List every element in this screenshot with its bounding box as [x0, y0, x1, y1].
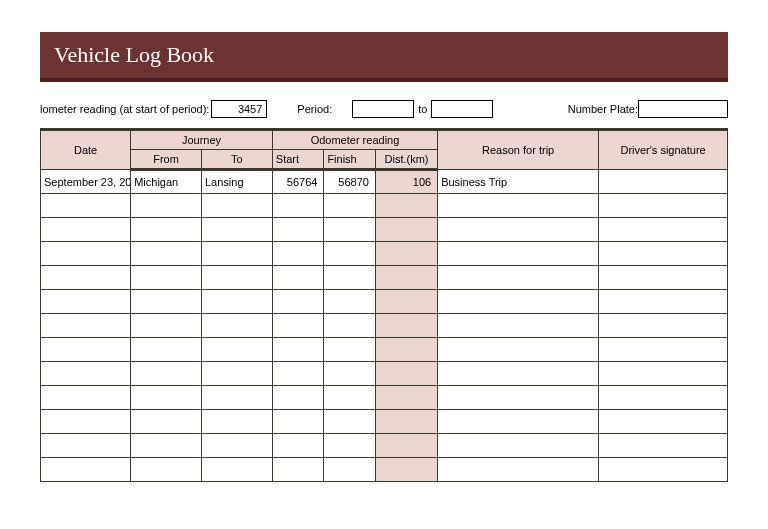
cell-to[interactable]: Lansing [202, 170, 273, 194]
cell-to[interactable] [202, 218, 273, 242]
cell-date[interactable] [41, 362, 131, 386]
cell-dist[interactable]: 106 [375, 170, 437, 194]
cell-start[interactable] [272, 266, 324, 290]
cell-date[interactable] [41, 242, 131, 266]
cell-to[interactable] [202, 434, 273, 458]
cell-finish[interactable] [324, 410, 376, 434]
cell-sig[interactable] [599, 410, 728, 434]
cell-sig[interactable] [599, 290, 728, 314]
cell-finish[interactable] [324, 434, 376, 458]
cell-to[interactable] [202, 242, 273, 266]
cell-finish[interactable] [324, 242, 376, 266]
cell-sig[interactable] [599, 194, 728, 218]
cell-from[interactable] [131, 338, 202, 362]
cell-to[interactable] [202, 194, 273, 218]
cell-from[interactable]: Michigan [131, 170, 202, 194]
cell-finish[interactable] [324, 194, 376, 218]
cell-reason[interactable] [438, 386, 599, 410]
cell-finish[interactable] [324, 314, 376, 338]
cell-finish[interactable] [324, 218, 376, 242]
cell-dist[interactable] [375, 242, 437, 266]
cell-from[interactable] [131, 410, 202, 434]
cell-date[interactable] [41, 290, 131, 314]
cell-dist[interactable] [375, 194, 437, 218]
cell-sig[interactable] [599, 218, 728, 242]
number-plate-input[interactable] [638, 100, 728, 118]
cell-sig[interactable] [599, 242, 728, 266]
cell-reason[interactable]: Business Trip [438, 170, 599, 194]
cell-from[interactable] [131, 434, 202, 458]
cell-from[interactable] [131, 386, 202, 410]
cell-dist[interactable] [375, 266, 437, 290]
cell-start[interactable] [272, 242, 324, 266]
cell-dist[interactable] [375, 386, 437, 410]
cell-finish[interactable]: 56870 [324, 170, 376, 194]
cell-from[interactable] [131, 194, 202, 218]
cell-date[interactable] [41, 194, 131, 218]
cell-finish[interactable] [324, 290, 376, 314]
cell-date[interactable] [41, 410, 131, 434]
cell-dist[interactable] [375, 290, 437, 314]
cell-sig[interactable] [599, 434, 728, 458]
cell-reason[interactable] [438, 362, 599, 386]
cell-reason[interactable] [438, 266, 599, 290]
period-from-input[interactable] [352, 100, 414, 118]
cell-dist[interactable] [375, 362, 437, 386]
cell-reason[interactable] [438, 314, 599, 338]
cell-to[interactable] [202, 338, 273, 362]
cell-start[interactable] [272, 290, 324, 314]
cell-sig[interactable] [599, 314, 728, 338]
cell-start[interactable] [272, 434, 324, 458]
cell-to[interactable] [202, 314, 273, 338]
cell-from[interactable] [131, 458, 202, 482]
cell-dist[interactable] [375, 338, 437, 362]
cell-date[interactable]: September 23, 20 [41, 170, 131, 194]
cell-sig[interactable] [599, 266, 728, 290]
cell-to[interactable] [202, 458, 273, 482]
cell-from[interactable] [131, 242, 202, 266]
cell-dist[interactable] [375, 410, 437, 434]
cell-reason[interactable] [438, 434, 599, 458]
cell-reason[interactable] [438, 242, 599, 266]
cell-to[interactable] [202, 290, 273, 314]
cell-to[interactable] [202, 386, 273, 410]
cell-dist[interactable] [375, 218, 437, 242]
cell-sig[interactable] [599, 338, 728, 362]
cell-dist[interactable] [375, 434, 437, 458]
cell-to[interactable] [202, 362, 273, 386]
cell-start[interactable] [272, 362, 324, 386]
cell-dist[interactable] [375, 458, 437, 482]
odometer-start-input[interactable]: 3457 [211, 100, 267, 118]
cell-finish[interactable] [324, 338, 376, 362]
cell-date[interactable] [41, 338, 131, 362]
cell-start[interactable] [272, 338, 324, 362]
cell-sig[interactable] [599, 362, 728, 386]
cell-start[interactable] [272, 218, 324, 242]
cell-finish[interactable] [324, 362, 376, 386]
cell-reason[interactable] [438, 290, 599, 314]
cell-date[interactable] [41, 458, 131, 482]
cell-from[interactable] [131, 290, 202, 314]
cell-start[interactable] [272, 194, 324, 218]
cell-start[interactable] [272, 314, 324, 338]
cell-reason[interactable] [438, 410, 599, 434]
cell-finish[interactable] [324, 386, 376, 410]
cell-from[interactable] [131, 218, 202, 242]
cell-date[interactable] [41, 386, 131, 410]
cell-sig[interactable] [599, 170, 728, 194]
cell-to[interactable] [202, 266, 273, 290]
cell-start[interactable] [272, 410, 324, 434]
cell-date[interactable] [41, 266, 131, 290]
cell-date[interactable] [41, 434, 131, 458]
cell-sig[interactable] [599, 458, 728, 482]
cell-finish[interactable] [324, 458, 376, 482]
cell-finish[interactable] [324, 266, 376, 290]
cell-to[interactable] [202, 410, 273, 434]
cell-start[interactable] [272, 386, 324, 410]
cell-reason[interactable] [438, 338, 599, 362]
cell-start[interactable] [272, 458, 324, 482]
cell-reason[interactable] [438, 458, 599, 482]
cell-start[interactable]: 56764 [272, 170, 324, 194]
cell-from[interactable] [131, 314, 202, 338]
cell-date[interactable] [41, 314, 131, 338]
